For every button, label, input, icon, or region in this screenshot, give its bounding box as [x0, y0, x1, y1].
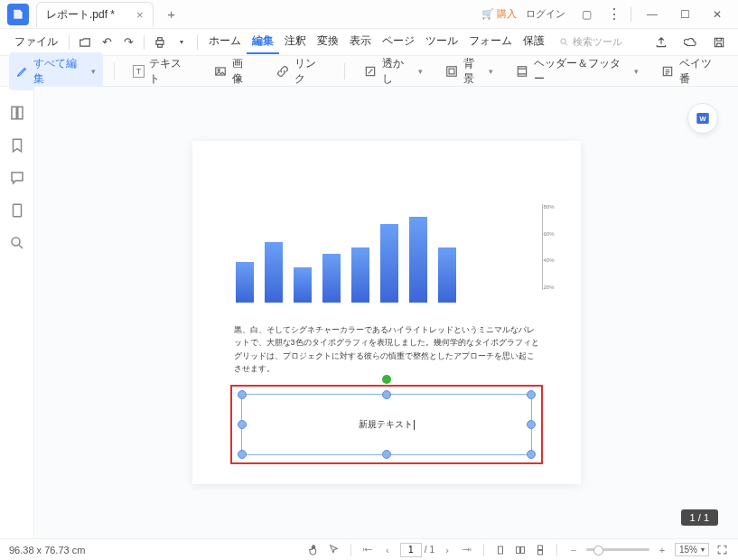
resize-handle[interactable] — [238, 420, 247, 429]
zoom-select[interactable]: 15%▾ — [675, 543, 709, 556]
convert-word-button[interactable]: W — [687, 103, 718, 134]
document-tab[interactable]: レポート.pdf * × — [36, 2, 154, 27]
rotation-handle[interactable] — [382, 375, 391, 384]
header-footer-tool[interactable]: ヘッダー＆フッター ▾ — [508, 52, 646, 90]
zoom-out-button[interactable]: − — [566, 545, 581, 555]
zoom-in-button[interactable]: + — [655, 545, 669, 555]
resize-handle[interactable] — [238, 450, 247, 459]
fit-page-icon[interactable] — [715, 543, 729, 557]
continuous-view-icon[interactable] — [533, 543, 547, 557]
print-dropdown-icon[interactable]: ▾ — [172, 33, 192, 52]
resize-handle[interactable] — [382, 390, 391, 399]
zoom-slider[interactable] — [586, 548, 649, 551]
undo-icon[interactable]: ↶ — [97, 33, 117, 52]
chart-bar — [236, 262, 254, 303]
cloud-icon[interactable] — [680, 33, 700, 52]
watermark-icon — [363, 64, 378, 79]
edit-all-tool[interactable]: すべて編集 ▾ — [9, 52, 103, 90]
menu-保護[interactable]: 保護 — [518, 30, 550, 54]
new-tab-button[interactable]: + — [163, 6, 181, 22]
svg-point-3 — [561, 39, 566, 44]
resize-handle[interactable] — [527, 420, 536, 429]
svg-point-6 — [219, 69, 220, 70]
attachment-icon[interactable] — [9, 202, 25, 219]
menu-ページ[interactable]: ページ — [377, 30, 420, 54]
chart-bar — [265, 242, 283, 303]
app-icon — [7, 4, 29, 25]
svg-rect-20 — [520, 546, 524, 553]
svg-rect-12 — [12, 107, 16, 119]
menu-ツール[interactable]: ツール — [420, 30, 463, 54]
last-page-button[interactable]: ⭲ — [460, 545, 474, 555]
maximize-button[interactable]: ☐ — [673, 3, 696, 26]
print-icon[interactable] — [150, 33, 170, 52]
highlight-annotation: 新規テキスト — [230, 385, 543, 464]
next-page-button[interactable]: › — [440, 545, 454, 555]
prev-page-button[interactable]: ‹ — [380, 545, 395, 555]
textbox-content[interactable]: 新規テキスト — [359, 418, 413, 431]
menu-変換[interactable]: 変換 — [312, 30, 344, 54]
search-icon — [559, 37, 569, 47]
hand-tool-icon[interactable] — [307, 543, 322, 557]
selected-textbox[interactable]: 新規テキスト — [241, 394, 532, 455]
background-tool[interactable]: 背景 ▾ — [437, 52, 500, 90]
minimize-button[interactable]: ― — [640, 3, 664, 26]
svg-rect-9 — [449, 69, 454, 74]
svg-point-15 — [12, 238, 20, 246]
text-icon: T — [133, 65, 145, 78]
watermark-tool[interactable]: 透かし ▾ — [356, 52, 430, 90]
image-icon — [214, 64, 229, 79]
file-menu[interactable]: ファイル — [9, 31, 63, 53]
svg-rect-13 — [17, 107, 22, 119]
search-panel-icon[interactable] — [9, 235, 25, 251]
chevron-down-icon: ▾ — [634, 67, 639, 76]
comment-icon[interactable] — [9, 170, 25, 186]
resize-handle[interactable] — [527, 390, 536, 399]
menu-編集[interactable]: 編集 — [247, 30, 279, 54]
cursor-coordinates: 96.38 x 76.73 cm — [9, 545, 85, 555]
svg-rect-21 — [537, 546, 542, 550]
more-menu-icon[interactable]: ⋮ — [607, 5, 621, 23]
chart-bar — [322, 254, 341, 303]
menu-表示[interactable]: 表示 — [344, 30, 377, 54]
text-tool[interactable]: T テキスト — [126, 52, 200, 90]
close-tab-icon[interactable]: × — [136, 8, 144, 22]
close-window-button[interactable]: ✕ — [705, 3, 729, 26]
select-tool-icon[interactable] — [327, 543, 341, 557]
header-footer-icon — [515, 64, 529, 79]
chevron-down-icon: ▾ — [91, 67, 96, 76]
redo-icon[interactable]: ↷ — [118, 33, 138, 52]
bookmark-icon[interactable] — [9, 137, 25, 154]
menu-ホーム[interactable]: ホーム — [203, 30, 247, 54]
link-tool[interactable]: リンク — [268, 52, 333, 90]
save-icon[interactable] — [709, 33, 729, 52]
svg-rect-10 — [518, 66, 526, 76]
chart-bar — [438, 247, 456, 303]
resize-handle[interactable] — [382, 450, 391, 459]
chart-bar — [409, 217, 427, 303]
login-button[interactable]: ログイン — [526, 7, 565, 21]
resize-handle[interactable] — [527, 450, 536, 459]
menu-注釈[interactable]: 注釈 — [279, 30, 312, 54]
svg-rect-19 — [516, 546, 519, 553]
image-tool[interactable]: 画像 — [207, 52, 261, 90]
notification-icon[interactable]: ▢ — [575, 3, 598, 26]
search-tools[interactable]: 検索ツール — [559, 35, 622, 49]
first-page-button[interactable]: ⭰ — [360, 545, 375, 555]
body-paragraph[interactable]: 黒、白、そしてシグネチャーカラーであるハイライトレッドというミニマルなパレットで… — [234, 323, 539, 376]
two-page-view-icon[interactable] — [513, 543, 528, 557]
menu-フォーム[interactable]: フォーム — [463, 30, 518, 54]
resize-handle[interactable] — [238, 390, 247, 399]
thumbnails-icon[interactable] — [9, 105, 25, 121]
svg-rect-1 — [158, 37, 163, 40]
svg-rect-8 — [447, 66, 457, 76]
chart-bar — [294, 267, 312, 303]
buy-button[interactable]: 🛒 購入 — [481, 7, 517, 21]
svg-rect-22 — [537, 550, 542, 555]
page-input[interactable] — [400, 543, 422, 557]
bates-tool[interactable]: ベイツ番 — [653, 52, 729, 90]
share-icon[interactable] — [651, 33, 671, 52]
single-page-view-icon[interactable] — [493, 543, 508, 557]
open-icon[interactable] — [75, 33, 95, 52]
pdf-page[interactable]: 80%60%40%20% 黒、白、そしてシグネチャーカラーであるハイライトレッド… — [192, 141, 581, 484]
